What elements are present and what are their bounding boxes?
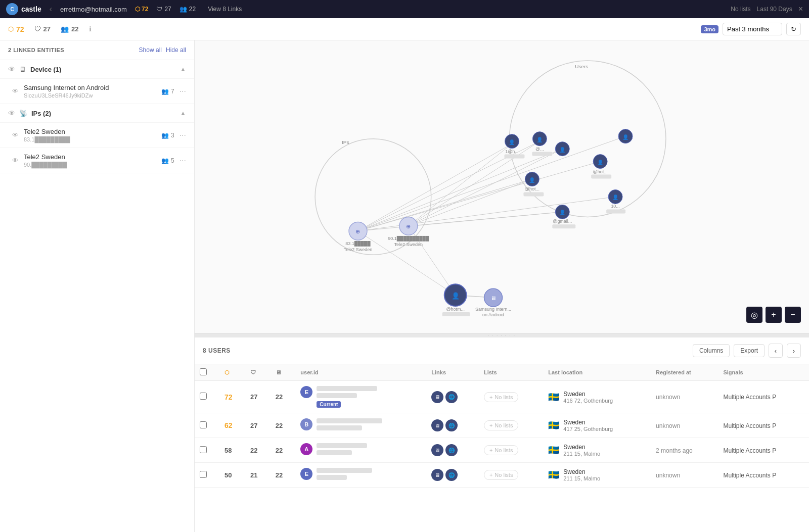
user-id-bar-1	[317, 386, 377, 391]
lists-col-header[interactable]: Lists	[479, 364, 543, 381]
device-group: 👁 🖥 Device (1) ▲ 👁 Samsung Internet on A…	[0, 60, 194, 104]
table-row[interactable]: 58 22 22 A 🖥 🌐 No lists	[195, 438, 809, 463]
userid-col-header[interactable]: user.id	[295, 364, 426, 381]
row-userid-cell[interactable]: E Current	[295, 381, 426, 413]
location-info: Sweden 211 15, Malmo	[563, 468, 600, 481]
link-icons: 🖥 🌐	[431, 419, 474, 431]
row-links-cell[interactable]: 🖥 🌐	[426, 381, 479, 413]
row-links-cell[interactable]: 🖥 🌐	[426, 463, 479, 488]
linked-entities-header: 2 LINKED ENTITIES Show all Hide all	[0, 40, 194, 60]
subheader-info: ℹ	[89, 25, 92, 33]
row-userid-cell[interactable]: E	[295, 463, 426, 488]
collapse-icon[interactable]: ▲	[180, 110, 186, 117]
list-item[interactable]: 👁 Samsung Internet on Android SiozuU3LSe…	[0, 78, 194, 104]
graph-controls: ◎ + −	[746, 307, 801, 323]
shield-score-value: 27	[250, 393, 257, 401]
table-row[interactable]: 50 21 22 E 🖥 🌐 No lists	[195, 463, 809, 488]
globe-link-icon[interactable]: 🌐	[445, 391, 458, 403]
export-button[interactable]: Export	[734, 344, 765, 357]
close-button[interactable]: ×	[798, 5, 803, 14]
device-link-icon[interactable]: 🖥	[431, 469, 443, 481]
columns-button[interactable]: Columns	[693, 344, 730, 357]
hide-all-button[interactable]: Hide all	[166, 46, 186, 54]
location-col-header[interactable]: Last location	[543, 364, 651, 381]
row-lists-cell[interactable]: No lists	[479, 381, 543, 413]
location-city: Sweden	[563, 419, 613, 426]
no-lists-pill[interactable]: No lists	[484, 445, 519, 455]
row-lists-cell[interactable]: No lists	[479, 413, 543, 438]
device-group-header[interactable]: 👁 🖥 Device (1) ▲	[0, 60, 194, 78]
nav-back-button[interactable]: ‹	[50, 5, 52, 14]
row-checkbox[interactable]	[200, 471, 207, 478]
risk-col-header[interactable]: ⬡	[219, 364, 245, 381]
no-lists-pill[interactable]: No lists	[484, 470, 519, 480]
show-all-button[interactable]: Show all	[139, 46, 162, 54]
no-lists-pill[interactable]: No lists	[484, 392, 519, 402]
row-userid-cell[interactable]: B	[295, 413, 426, 438]
more-options-button[interactable]: ···	[179, 131, 186, 140]
list-item[interactable]: 👁 Tele2 Sweden 90.█████████ 👥 5 ···	[0, 148, 194, 173]
user-bar	[532, 152, 552, 156]
more-options-button[interactable]: ···	[179, 87, 186, 96]
eye-icon[interactable]: 👁	[8, 65, 15, 73]
table-row[interactable]: 72 27 22 E Current 🖥 🌐 No li	[195, 381, 809, 413]
ips-group-header[interactable]: 👁 📡 IPs (2) ▲	[0, 104, 194, 122]
refresh-button[interactable]: ↻	[786, 23, 801, 35]
item-eye-icon[interactable]: 👁	[12, 87, 19, 95]
row-lists-cell[interactable]: No lists	[479, 438, 543, 463]
globe-link-icon[interactable]: 🌐	[445, 419, 458, 431]
shield-col-header[interactable]: 🛡	[245, 364, 271, 381]
row-userid-cell[interactable]: A	[295, 438, 426, 463]
row-checkbox[interactable]	[200, 393, 207, 400]
graph-zoom-out-button[interactable]: −	[785, 307, 801, 323]
resize-handle[interactable]: · · · · · · ·	[195, 333, 809, 337]
list-item[interactable]: 👁 Tele2 Sweden 83.1█████████ 👥 3 ···	[0, 122, 194, 148]
table-actions: Columns Export ‹ ›	[693, 344, 801, 358]
row-checkbox[interactable]	[200, 446, 207, 453]
link-icons: 🖥 🌐	[431, 391, 474, 403]
row-checkbox-cell	[195, 413, 219, 438]
main-user-label: @hotm...	[446, 307, 465, 312]
device-link-icon[interactable]: 🖥	[431, 419, 443, 431]
count-value: 3	[171, 132, 174, 139]
location-info: Sweden 416 72, Gothenburg	[563, 391, 613, 404]
globe-link-icon[interactable]: 🌐	[445, 444, 458, 456]
row-links-cell[interactable]: 🖥 🌐	[426, 413, 479, 438]
device-col-header[interactable]: 🖥	[271, 364, 296, 381]
time-filter[interactable]: 3mo Past 3 months Past 7 days Past 30 da…	[701, 23, 801, 35]
registered-col-header[interactable]: Registered at	[651, 364, 718, 381]
eye-icon[interactable]: 👁	[8, 109, 15, 117]
row-registered-cell: unknown	[651, 381, 718, 413]
select-all-checkbox[interactable]	[200, 368, 207, 375]
time-filter-select[interactable]: Past 3 months Past 7 days Past 30 days L…	[723, 23, 782, 35]
prev-page-button[interactable]: ‹	[769, 344, 783, 358]
registered-value: unknown	[656, 394, 680, 401]
signals-col-header[interactable]: Signals	[718, 364, 809, 381]
item-eye-icon[interactable]: 👁	[12, 157, 19, 164]
globe-link-icon[interactable]: 🌐	[445, 469, 458, 481]
graph-area: IPs Users	[195, 40, 809, 333]
top-stat-users: 👥 22	[179, 6, 196, 13]
more-options-button[interactable]: ···	[179, 156, 186, 165]
no-lists-label: No lists	[731, 6, 750, 13]
graph-zoom-in-button[interactable]: +	[766, 307, 782, 323]
device-link-icon[interactable]: 🖥	[431, 444, 443, 456]
row-lists-cell[interactable]: No lists	[479, 463, 543, 488]
row-checkbox-cell	[195, 438, 219, 463]
collapse-icon[interactable]: ▲	[180, 66, 186, 73]
next-page-button[interactable]: ›	[787, 344, 801, 358]
device-link-icon[interactable]: 🖥	[431, 391, 443, 403]
user-id-bar-2	[317, 475, 347, 480]
row-checkbox[interactable]	[200, 421, 207, 428]
ip1-name: Tele2 Sweden	[24, 128, 156, 135]
user-id-bar-1	[317, 418, 382, 423]
item-eye-icon[interactable]: 👁	[12, 131, 19, 139]
location-code: 417 25, Gothenburg	[563, 426, 613, 432]
view-links-button[interactable]: View 8 Links	[208, 6, 242, 13]
country-flag: 🇸🇪	[548, 469, 559, 480]
graph-target-button[interactable]: ◎	[746, 307, 762, 323]
no-lists-pill[interactable]: No lists	[484, 420, 519, 430]
table-row[interactable]: 62 27 22 B 🖥 🌐 No lists	[195, 413, 809, 438]
links-col-header[interactable]: Links	[426, 364, 479, 381]
row-links-cell[interactable]: 🖥 🌐	[426, 438, 479, 463]
